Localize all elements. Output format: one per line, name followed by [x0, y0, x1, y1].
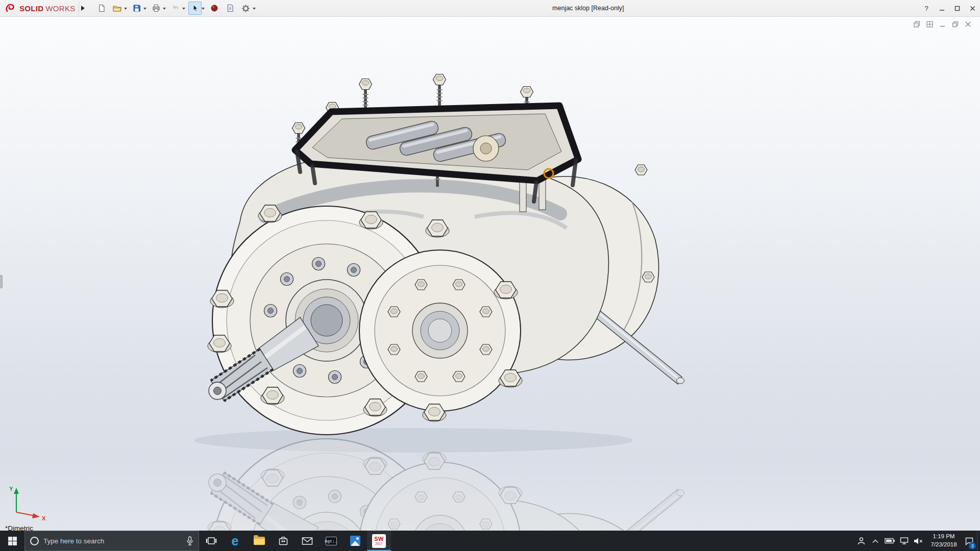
battery-icon [885, 538, 895, 544]
minimize-icon [939, 6, 945, 11]
windows-logo-icon [8, 537, 17, 545]
triad-x-label: X [42, 515, 46, 521]
select-dropdown-caret[interactable] [202, 8, 205, 11]
graphics-area[interactable]: Y X *Dimetric [0, 17, 980, 531]
doc-cascade-icon [914, 21, 920, 28]
microphone-icon[interactable] [186, 536, 193, 545]
solidworks-taskbar-button[interactable]: SW 2017 [367, 531, 391, 551]
ds-logo-icon [5, 3, 17, 13]
volume-muted-icon [914, 537, 923, 545]
task-view-button[interactable] [199, 531, 223, 551]
document-window-controls [913, 20, 972, 28]
doc-close-icon [965, 21, 971, 28]
photos-button[interactable] [343, 531, 367, 551]
new-document-icon [97, 4, 106, 12]
edge-button[interactable]: e [223, 531, 247, 551]
volume-button[interactable] [912, 531, 925, 551]
doc-restore-button[interactable] [951, 20, 959, 28]
doc-minimize-icon [939, 21, 946, 28]
maximize-icon [954, 6, 960, 11]
hidden-icons-button[interactable] [869, 531, 882, 551]
save-dropdown-caret[interactable] [143, 8, 146, 11]
file-explorer-button[interactable] [247, 531, 271, 551]
task-view-icon [206, 536, 217, 545]
save-button[interactable] [130, 2, 143, 15]
solidworks-app-icon: SW 2017 [372, 534, 386, 548]
search-input[interactable] [43, 537, 182, 545]
orientation-triad: Y X [7, 483, 50, 523]
file-explorer-icon [254, 537, 265, 545]
menu-flyout-button[interactable] [79, 2, 88, 15]
options-gear-icon [241, 4, 250, 13]
undo-button[interactable] [169, 2, 182, 15]
action-center-button[interactable]: 3 [963, 531, 976, 551]
people-icon [857, 537, 866, 545]
file-properties-button[interactable] [224, 2, 237, 15]
panel-splitter-handle[interactable] [0, 275, 3, 288]
open-dropdown-caret[interactable] [124, 8, 127, 11]
print-dropdown-caret[interactable] [163, 8, 166, 11]
standard-toolbar [95, 2, 258, 15]
options-button[interactable] [239, 2, 253, 15]
brand-text-bold: SOLID [19, 4, 43, 13]
3d-model-canvas[interactable] [0, 17, 980, 531]
undo-icon [172, 4, 180, 12]
brand-text-light: WORKS [45, 4, 75, 13]
model-reflection [208, 439, 684, 531]
maximize-button[interactable] [949, 0, 965, 17]
print-icon [152, 4, 160, 12]
network-icon [900, 537, 909, 545]
command-prompt-button[interactable]: &gt;_ [319, 531, 343, 551]
open-button[interactable] [111, 2, 124, 15]
show-desktop-button[interactable] [977, 531, 980, 551]
windows-taskbar: e &gt;_ SW 2017 [0, 531, 980, 551]
taskbar-search[interactable] [24, 531, 199, 551]
photos-icon [350, 536, 360, 546]
clock-time: 1:19 PM [926, 533, 962, 541]
print-button[interactable] [150, 2, 163, 15]
battery-button[interactable] [883, 531, 896, 551]
help-button[interactable]: ? [919, 0, 934, 17]
undo-dropdown-caret[interactable] [182, 8, 185, 11]
mail-icon [302, 537, 313, 545]
chevron-up-icon [872, 539, 879, 543]
people-button[interactable] [854, 531, 868, 551]
system-tray: 1:19 PM 7/23/2018 3 [854, 531, 980, 551]
mail-button[interactable] [295, 531, 319, 551]
gearbox-model[interactable] [208, 74, 684, 435]
rebuild-button[interactable] [208, 2, 221, 15]
select-cursor-icon [191, 4, 199, 12]
cortana-icon [30, 537, 39, 545]
select-tool-button[interactable] [188, 2, 202, 15]
doc-cascade-button[interactable] [913, 20, 921, 28]
window-controls: ? [919, 0, 980, 17]
new-document-button[interactable] [95, 2, 108, 15]
doc-tile-icon [926, 21, 933, 28]
triad-y-label: Y [9, 486, 13, 492]
close-icon [970, 6, 975, 11]
clock-date: 7/23/2018 [926, 541, 962, 549]
store-icon [278, 535, 289, 546]
doc-restore-icon [952, 21, 959, 28]
start-button[interactable] [0, 531, 24, 551]
minimize-button[interactable] [934, 0, 949, 17]
edge-icon: e [232, 535, 239, 547]
view-orientation-label: *Dimetric [5, 524, 33, 531]
close-button[interactable] [965, 0, 980, 17]
solidworks-logo: SOLIDWORKS [0, 3, 79, 13]
flyout-arrow-icon [81, 6, 87, 11]
window-title: menjac sklop [Read-only] [258, 5, 919, 12]
doc-close-button[interactable] [964, 20, 972, 28]
notification-badge: 3 [969, 542, 976, 549]
taskbar-clock[interactable]: 1:19 PM 7/23/2018 [926, 533, 962, 548]
titlebar: SOLIDWORKS [0, 0, 980, 17]
options-dropdown-caret[interactable] [253, 8, 256, 11]
file-properties-icon [226, 4, 234, 12]
save-floppy-icon [133, 4, 141, 12]
doc-tile-button[interactable] [926, 20, 934, 28]
store-button[interactable] [271, 531, 295, 551]
network-button[interactable] [897, 531, 911, 551]
doc-minimize-button[interactable] [939, 20, 946, 28]
open-folder-icon [113, 4, 121, 12]
command-prompt-icon: &gt;_ [326, 537, 337, 545]
